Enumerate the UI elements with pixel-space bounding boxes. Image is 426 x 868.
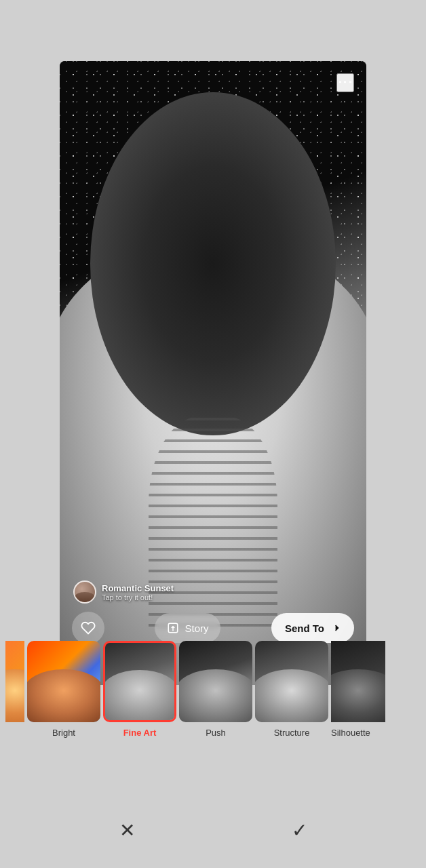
close-icon: ✕ — [119, 819, 135, 842]
filter-thumb-silhouette — [331, 641, 385, 722]
filter-tag-name: Romantic Sunset — [102, 583, 174, 593]
action-bar: Story Send To — [60, 612, 366, 644]
cancel-button[interactable]: ✕ — [109, 812, 144, 848]
bowl-overlay — [27, 669, 100, 722]
filter-label-silhouette: Silhouette — [331, 728, 385, 738]
filter-tag-text: Romantic Sunset Tap to try it out! — [102, 583, 174, 601]
filters-strip: Bright Fine Art Push Structure Silhouett… — [0, 641, 426, 770]
share-icon — [167, 622, 179, 634]
filter-tag[interactable]: Romantic Sunset Tap to try it out! — [73, 580, 174, 604]
filter-thumb-structure — [255, 641, 328, 722]
story-button[interactable]: Story — [155, 613, 220, 643]
filter-label-bright: Bright — [52, 728, 75, 738]
story-label: Story — [185, 623, 208, 634]
confirm-button[interactable]: ✓ — [282, 812, 317, 848]
like-button[interactable] — [72, 612, 104, 644]
bowl-overlay — [5, 669, 24, 722]
filter-thumb-fineart — [103, 641, 176, 722]
send-to-label: Send To — [285, 623, 324, 634]
send-to-button[interactable]: Send To — [271, 613, 354, 643]
filter-item-bright[interactable]: Bright — [27, 641, 100, 738]
main-image: ⋮ Romantic Sunset Tap to try it out! Sto… — [60, 61, 366, 685]
filter-item-morning-partial[interactable] — [5, 641, 24, 722]
filter-label-structure: Structure — [274, 728, 310, 738]
filter-label-fineart: Fine Art — [123, 728, 157, 738]
bottom-controls: ✕ ✓ — [0, 812, 426, 848]
filter-label-push: Push — [206, 728, 226, 738]
filter-item-structure[interactable]: Structure — [255, 641, 328, 738]
bowl-overlay — [179, 669, 252, 722]
bowl-overlay — [331, 669, 385, 722]
more-options-button[interactable]: ⋮ — [336, 73, 354, 92]
filter-item-fineart[interactable]: Fine Art — [103, 641, 176, 738]
filter-tag-avatar — [73, 580, 96, 604]
bowl-overlay — [255, 669, 328, 722]
filter-item-push[interactable]: Push — [179, 641, 252, 738]
filter-thumb-push — [179, 641, 252, 722]
bowl-overlay — [103, 670, 176, 720]
filter-item-silhouette[interactable]: Silhouette — [331, 641, 385, 738]
check-icon: ✓ — [292, 819, 307, 842]
filter-thumb-bright — [27, 641, 100, 722]
filter-tag-subtitle: Tap to try it out! — [102, 593, 174, 601]
arrow-right-icon — [330, 623, 341, 633]
filter-thumb-morning — [5, 641, 24, 722]
bowl-inner — [90, 92, 336, 435]
heart-icon — [81, 620, 96, 635]
